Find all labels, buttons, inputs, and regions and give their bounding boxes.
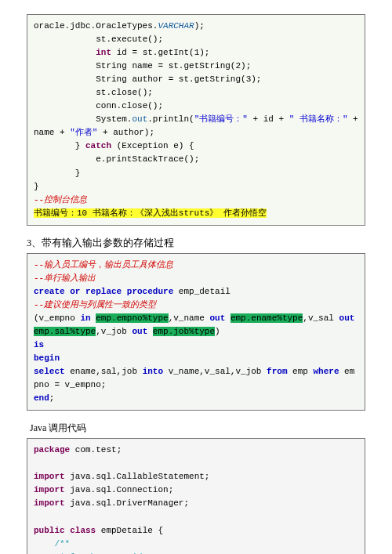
code-line: } catch (Exception e) { [34,141,194,150]
blank-line [34,512,39,521]
console-output: 书籍编号：10 书籍名称：《深入浅出struts》 作者孙悟空 [34,208,267,218]
blank-line [34,458,39,468]
code-line: select ename,sal,job into v_name,v_sal,v… [34,367,354,389]
code-line: oracle.jdbc.OracleTypes.VARCHAR); [34,21,205,31]
code-line: conn.close(); [34,101,163,110]
code-line: System.out.println("书籍编号：" + id + " 书籍名称… [34,114,363,137]
code-line: end; [34,393,54,403]
code-line: is [34,340,44,349]
code-line: import java.sql.CallableStatement; [34,472,209,481]
sql-comment: --单行输入输出 [34,273,96,283]
code-line: create or replace procedure emp_detail [34,287,230,296]
code-line: begin [34,353,60,363]
sql-comment: --输入员工编号，输出员工具体信息 [34,260,173,270]
code-line: } [34,168,80,178]
code-block-2: --输入员工编号，输出员工具体信息 --单行输入输出 create or rep… [27,253,365,411]
code-line: String author = st.getString(3); [34,74,261,84]
sql-comment: --建议使用与列属性一致的类型 [34,300,156,310]
code-line: st.close(); [34,88,153,97]
console-comment: --控制台信息 [34,195,87,205]
code-line: import java.sql.DriverManager; [34,498,189,508]
code-line: emp.sal%type,v_job out emp.job%type) [34,327,220,336]
code-line: package com.test; [34,445,122,454]
code-line: st.execute(); [34,34,163,44]
code-line: (v_empno in emp.empno%type,v_name out em… [34,313,360,323]
javadoc-line: /** [34,539,70,549]
code-line: } [34,182,39,191]
java-call-heading: Java 调用代码 [30,422,365,435]
code-block-1: oracle.jdbc.OracleTypes.VARCHAR); st.exe… [27,14,365,226]
code-line: import java.sql.Connection; [34,485,173,494]
code-line: String name = st.getString(2); [34,61,251,71]
code-line: int id = st.getInt(1); [34,48,209,57]
code-line: e.printStackTrace(); [34,154,199,164]
code-block-3: package com.test; import java.sql.Callab… [27,438,365,554]
code-line: public class empDetaile { [34,526,163,535]
section-heading-3: 3、带有输入输出参数的存储过程 [27,237,365,250]
